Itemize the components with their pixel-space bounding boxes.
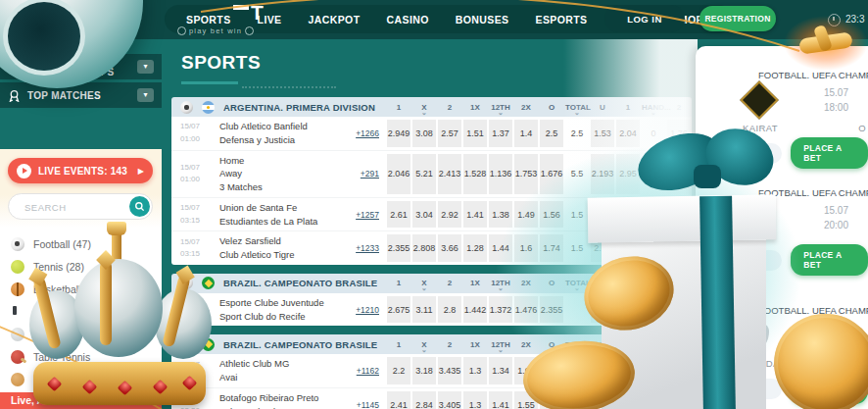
odds-column-header[interactable]: TOTAL: [565, 340, 589, 349]
nav-item[interactable]: ESPORTS: [536, 14, 588, 26]
match-row[interactable]: 15/0702:00 Esporte Clube JuventudeSport …: [171, 293, 692, 327]
odds-cell[interactable]: 3.11: [412, 296, 436, 324]
odds-cell[interactable]: [591, 296, 614, 324]
odds-cell[interactable]: 1.4: [514, 120, 538, 147]
odds-cell[interactable]: 2.04: [616, 120, 640, 147]
odds-cell[interactable]: [667, 296, 691, 324]
match-row[interactable]: 15/0703:30 Botafogo Ribeirao PretoVolta …: [171, 387, 692, 409]
more-bets-link[interactable]: +1233: [338, 243, 379, 253]
odds-cell[interactable]: 2.949: [387, 120, 410, 147]
odds-cell[interactable]: 2.57: [438, 120, 461, 147]
odds-cell[interactable]: 1.49: [591, 357, 614, 384]
odds-cell[interactable]: 1.136: [489, 154, 512, 194]
odds-cell[interactable]: 1.476: [514, 296, 538, 324]
sidebar-sport-item[interactable]: Handball: [0, 368, 162, 390]
odds-cell[interactable]: 1.5: [565, 201, 589, 229]
odds-cell[interactable]: 2.8: [438, 296, 461, 324]
nav-item[interactable]: JACKPOT: [309, 14, 361, 26]
sidebar-sport-item[interactable]: Table Tennis: [0, 345, 162, 368]
odds-cell[interactable]: [667, 357, 691, 384]
odds-cell[interactable]: [642, 357, 665, 384]
more-bets-link[interactable]: +291: [338, 169, 379, 179]
sidebar-sport-item[interactable]: Basketball (26): [0, 278, 162, 300]
odds-cell[interactable]: 1.6: [514, 234, 538, 262]
odds-cell[interactable]: [667, 154, 691, 194]
sidebar-sport-item[interactable]: Ice Hockey (7): [0, 300, 162, 323]
odds-cell[interactable]: 2.41: [387, 391, 410, 409]
odds-column-header[interactable]: U: [591, 279, 614, 287]
odds-cell[interactable]: 2.193: [591, 154, 614, 194]
odds-cell[interactable]: 1.676: [540, 154, 563, 194]
league-header[interactable]: BRAZIL. CAMPEONATO BRASILEIRO. SERI... 1…: [171, 334, 692, 354]
odds-column-header[interactable]: 2: [438, 340, 461, 349]
nav-item[interactable]: CASINO: [387, 14, 429, 26]
odds-column-header[interactable]: X: [412, 279, 436, 287]
odds-cell[interactable]: 2.808: [412, 234, 436, 262]
odds-cell[interactable]: [565, 391, 589, 409]
odds-cell[interactable]: 1.55: [514, 391, 538, 409]
odds-column-header[interactable]: 2: [667, 340, 691, 349]
odds-column-header[interactable]: 1: [616, 279, 640, 287]
odds-cell[interactable]: [616, 296, 640, 324]
league-header[interactable]: BRAZIL. CAMPEONATO BRASILEIRO. SERI... 1…: [171, 274, 692, 293]
nav-item[interactable]: BONUSES: [456, 14, 509, 26]
odds-cell[interactable]: 2.84: [412, 391, 436, 409]
odds-cell[interactable]: 1.3: [463, 357, 487, 384]
odds-cell[interactable]: 1.37: [489, 120, 512, 147]
odds-cell[interactable]: 1.41: [463, 201, 487, 229]
odds-cell[interactable]: [642, 296, 665, 324]
live-az-bar[interactable]: Live, A–Z: [0, 392, 162, 409]
odds-column-header[interactable]: TOTAL: [565, 279, 589, 287]
odds-column-header[interactable]: HAND...: [642, 340, 665, 349]
odds-column-header[interactable]: 1: [616, 340, 640, 349]
odds-cell[interactable]: [667, 234, 691, 262]
sidebar-sport-item[interactable]: Football (47): [0, 232, 162, 255]
odds-cell[interactable]: 1.34: [489, 357, 512, 384]
odds-cell[interactable]: 1.3: [463, 391, 487, 409]
odds-column-header[interactable]: TOTAL: [565, 103, 589, 112]
odds-cell[interactable]: 1.28: [463, 234, 487, 262]
odds-column-header[interactable]: 1X: [463, 340, 487, 349]
odds-cell[interactable]: 1.76: [667, 120, 691, 147]
odds-cell[interactable]: 1.38: [489, 201, 512, 229]
odds-column-header[interactable]: 2: [667, 103, 691, 112]
odds-column-header[interactable]: X: [412, 103, 436, 112]
more-bets-link[interactable]: +1145: [338, 400, 379, 409]
odds-cell[interactable]: 1.49: [514, 201, 538, 229]
odds-cell[interactable]: 3.18: [412, 357, 436, 384]
odds-cell[interactable]: [616, 201, 640, 229]
odds-column-header[interactable]: O: [540, 340, 563, 349]
more-bets-link[interactable]: +1210: [338, 305, 379, 315]
odds-column-header[interactable]: 1: [387, 340, 410, 349]
match-row[interactable]: 15/0703:15 Union de Santa FeEstudiantes …: [171, 197, 692, 231]
odds-cell[interactable]: 1.528: [463, 154, 487, 194]
odds-column-header[interactable]: 1X: [463, 279, 487, 287]
match-row[interactable]: 15/0701:00 Athletic Club MGAvai +1162 2.…: [171, 354, 692, 387]
registration-button[interactable]: REGISTRATION: [699, 6, 776, 31]
odds-cell[interactable]: 2.355: [540, 296, 563, 324]
odds-cell[interactable]: [667, 391, 691, 409]
sidebar-sport-item[interactable]: Tennis (28): [0, 255, 162, 278]
odds-cell[interactable]: 5.5: [565, 154, 589, 194]
sidebar-item-top-matches[interactable]: TOP MATCHES ▾: [0, 82, 162, 108]
odds-cell[interactable]: [616, 391, 640, 409]
odds-cell[interactable]: 2.2: [387, 357, 410, 384]
odds-cell[interactable]: 2.31: [540, 357, 563, 384]
sidebar-sport-item[interactable]: [0, 323, 162, 345]
featured-odds[interactable]: [705, 250, 782, 271]
odds-cell[interactable]: 2.675: [387, 296, 410, 324]
league-header[interactable]: ARGENTINA. PRIMERA DIVISION 1X21X12TH2XO…: [171, 97, 692, 117]
odds-cell[interactable]: [642, 201, 665, 229]
odds-cell[interactable]: [642, 391, 665, 409]
odds-column-header[interactable]: 1: [387, 279, 410, 287]
odds-cell[interactable]: 1.753: [514, 154, 538, 194]
odds-cell[interactable]: [642, 234, 665, 262]
odds-column-header[interactable]: 1: [387, 103, 410, 112]
odds-column-header[interactable]: 12TH: [489, 103, 512, 112]
odds-column-header[interactable]: 1X: [463, 103, 487, 112]
more-bets-link[interactable]: +1257: [338, 210, 379, 220]
chevron-down-icon[interactable]: ▾: [137, 88, 154, 102]
odds-cell[interactable]: [540, 391, 563, 409]
odds-cell[interactable]: 1.54: [616, 357, 640, 384]
more-bets-link[interactable]: +1266: [338, 128, 379, 138]
